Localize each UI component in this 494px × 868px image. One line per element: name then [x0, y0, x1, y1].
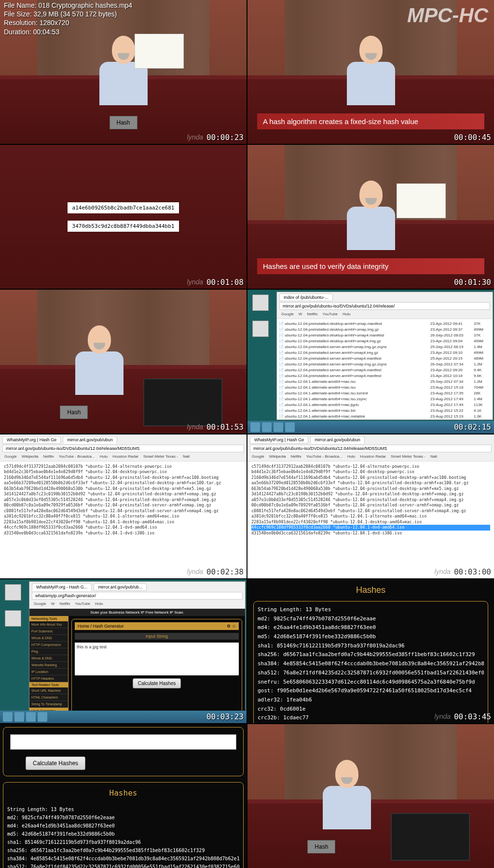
ie-icon[interactable] — [14, 712, 24, 722]
recycle-bin-icon[interactable] — [5, 584, 21, 601]
hash-results: Hashes String Length: 13 Bytes md2: 9825… — [3, 782, 244, 868]
url-bar[interactable]: mirror.anl.gov/pub/ubuntu-iso/DVDs/ubunt… — [2, 445, 244, 452]
bookmarks[interactable]: GoogleWikipediaNetflixYouTube - Broadca.… — [250, 453, 492, 460]
thumb-5: Hash lynda 00:01:53 — [0, 290, 247, 434]
start-icon[interactable] — [3, 712, 13, 722]
input-string-field[interactable] — [10, 734, 236, 750]
tool-sidebar[interactable]: Networking Tools More Info About YouPort… — [29, 616, 69, 721]
thumb-9: WhatsMyIP.org - Hash G...mirror.anl.gov/… — [0, 579, 247, 723]
calculate-hashes-button[interactable]: Calculate Hashes — [26, 756, 85, 770]
watermark: MPC-HC — [407, 4, 488, 27]
tab-whatsmyip[interactable]: WhatsMyIP.org | Hash Ge — [2, 436, 61, 444]
timestamp: 00:00:23 — [206, 133, 244, 142]
ie-icon[interactable] — [262, 422, 272, 432]
folder-icon[interactable] — [252, 321, 269, 337]
tab-whatsmyip[interactable]: WhatsMyIP.org - Hash G... — [32, 583, 92, 591]
thumb-6: Index of /pub/ubuntu-... mirror.anl.gov/… — [247, 290, 494, 434]
hash-strip-1: a14e6b09265b8c2badb7ce1aaa2ce681 — [68, 202, 179, 213]
url-bar[interactable]: mirror.anl.gov/pub/ubuntu-iso/DVDs/ubunt… — [279, 302, 490, 310]
url-bar[interactable]: mirror.anl.gov/pub/ubuntu-iso/DVDs/ubunt… — [250, 445, 492, 452]
chrome-icon[interactable] — [285, 422, 295, 432]
bookmarks[interactable]: GoogleWNetflixYouTubeHulu — [279, 311, 490, 317]
folder-icon[interactable] — [5, 610, 21, 627]
explorer-icon[interactable] — [26, 712, 36, 722]
laptop — [143, 378, 222, 426]
laptop — [391, 813, 470, 861]
hash-results: String Length: 13 Bytes md2: 9825cfa74ff… — [253, 601, 488, 723]
thumb-12: Hash — [247, 724, 494, 868]
tab[interactable]: Index of /pub/ubuntu-... — [279, 294, 333, 301]
explorer-icon[interactable] — [274, 422, 283, 432]
hash-strip-2: 3470db53c9d2c8b887f449dbba344bb1 — [68, 221, 179, 232]
url-bar[interactable]: whatismyip.org/hash-generator/ — [32, 592, 243, 600]
md5-text[interactable]: c57149dc4f31372912aab2884c08107b *ubuntu… — [247, 462, 494, 578]
calculate-hashes-button[interactable]: Calculate Hashes — [133, 678, 181, 688]
thumb-11: Calculate Hashes Hashes String Length: 1… — [0, 724, 247, 868]
file-info: File Name: 018 Cryptographic hashes.mp4 … — [4, 1, 132, 36]
thumb-10: Hashes String Length: 13 Bytes md2: 9825… — [247, 579, 494, 723]
tab-whatsmyip[interactable]: WhatsMyIP.org | Hash Ge — [250, 436, 308, 444]
bookmarks[interactable]: GoogleWikipediaNetflixYouTube - Broadca.… — [2, 453, 244, 460]
md5-text[interactable]: c57149dc4f31372912aab2884c08107b *ubuntu… — [0, 462, 247, 578]
caption: Hashes are used to verify data integrity — [257, 258, 484, 274]
tab-mirror[interactable]: mirror.anl.gov/pub/ub... — [94, 583, 147, 591]
tab-mirror[interactable]: mirror.anl.gov/pub/ubun — [63, 436, 117, 444]
hash-machine-label: Hash — [109, 116, 137, 129]
caption: A hash algorithm creates a fixed-size ha… — [257, 113, 484, 129]
input-string-field[interactable]: this is a jpg test — [75, 643, 239, 675]
thumb-7: WhatsMyIP.org | Hash Ge mirror.anl.gov/p… — [0, 434, 247, 578]
hashes-title: Hashes — [253, 585, 488, 595]
recycle-bin-icon[interactable] — [252, 294, 269, 311]
file-listing[interactable]: 📄 ubuntu-12.04-preinstalled-desktop-armh… — [277, 319, 493, 420]
breadcrumb: Home / Hash Generator — [78, 624, 124, 629]
tab-mirror[interactable]: mirror.anl.gov/pub/ubun — [310, 436, 365, 444]
thumb-3: a14e6b09265b8c2badb7ce1aaa2ce681 3470db5… — [0, 145, 247, 289]
start-icon[interactable] — [250, 422, 260, 432]
thumb-8: WhatsMyIP.org | Hash Ge mirror.anl.gov/p… — [247, 434, 494, 578]
thumb-4: Hashes are used to verify data integrity… — [247, 145, 494, 289]
chrome-icon[interactable] — [38, 712, 47, 722]
